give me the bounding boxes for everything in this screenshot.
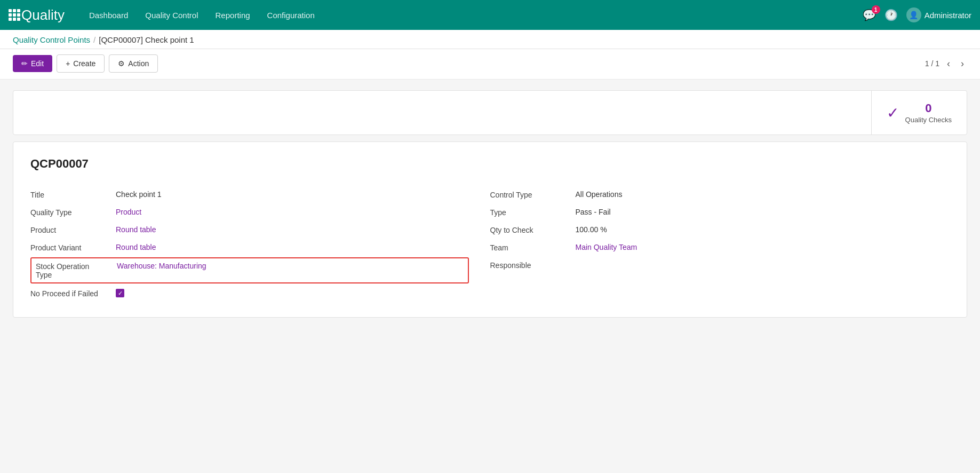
stats-left [13,91,871,135]
field-control-type: Control Type All Operations [490,186,929,203]
no-proceed-checkbox[interactable]: ✓ [116,289,124,297]
breadcrumb-parent[interactable]: Quality Control Points [13,35,90,44]
field-value-stock-operation[interactable]: Warehouse: Manufacturing [117,262,206,270]
breadcrumb: Quality Control Points / [QCP00007] Chec… [13,35,967,49]
field-value-product[interactable]: Round table [116,225,156,234]
app-title: Quality [21,7,65,23]
fields-left: Title Check point 1 Quality Type Product… [30,186,490,302]
field-label-stock-operation: Stock OperationType [36,262,117,279]
field-label-title: Title [30,190,116,199]
toolbar: ✏ Edit + Create ⚙ Action 1 / 1 ‹ › [0,49,980,80]
fields-right: Control Type All Operations Type Pass - … [490,186,950,302]
field-label-product-variant: Product Variant [30,243,116,252]
stats-card: ✓ 0 Quality Checks [13,90,967,135]
admin-menu[interactable]: 👤 Administrator [906,7,971,22]
checkmark-icon: ✓ [887,104,899,122]
field-label-quality-type: Quality Type [30,208,116,217]
field-label-team: Team [490,243,576,252]
field-team: Team Main Quality Team [490,239,929,256]
field-quality-type: Quality Type Product [30,203,469,221]
breadcrumb-current: [QCP00007] Check point 1 [99,35,194,44]
quality-checks-count: 0 [905,101,952,115]
field-label-control-type: Control Type [490,190,576,199]
top-menu: Dashboard Quality Control Reporting Conf… [82,6,863,24]
notification-badge: 1 [872,5,880,14]
pager-prev-button[interactable]: ‹ [944,57,953,70]
plus-icon: + [66,59,70,68]
quality-checks-button[interactable]: ✓ 0 Quality Checks [871,91,967,135]
notification-button[interactable]: 💬 1 [863,9,876,21]
field-type: Type Pass - Fail [490,203,929,221]
field-value-qty-to-check: 100.00 % [576,225,607,234]
field-qty-to-check: Qty to Check 100.00 % [490,221,929,239]
action-label: Action [128,59,149,68]
pager-next-button[interactable]: › [958,57,967,70]
edit-icon: ✏ [21,59,28,68]
nav-dashboard[interactable]: Dashboard [82,6,136,24]
record-id: QCP00007 [30,157,950,171]
breadcrumb-bar: Quality Control Points / [QCP00007] Chec… [0,30,980,49]
field-responsible: Responsible [490,256,929,274]
nav-configuration[interactable]: Configuration [260,6,322,24]
admin-label: Administrator [925,11,971,20]
gear-icon: ⚙ [118,59,125,68]
topnav: Quality Dashboard Quality Control Report… [0,0,980,30]
quality-checks-label: Quality Checks [905,116,952,124]
avatar: 👤 [906,7,921,22]
field-value-quality-type[interactable]: Product [116,208,141,216]
field-product-variant: Product Variant Round table [30,239,469,256]
field-value-team[interactable]: Main Quality Team [576,243,638,251]
topnav-right: 💬 1 🕐 👤 Administrator [863,7,971,22]
edit-button[interactable]: ✏ Edit [13,55,52,72]
field-label-product: Product [30,225,116,234]
edit-label: Edit [31,59,44,68]
breadcrumb-separator: / [93,35,95,44]
field-product: Product Round table [30,221,469,239]
action-button[interactable]: ⚙ Action [109,54,158,73]
field-stock-operation: Stock OperationType Warehouse: Manufactu… [30,257,469,283]
grid-icon [9,9,20,21]
pager-text: 1 / 1 [925,59,939,68]
fields-grid: Title Check point 1 Quality Type Product… [30,186,950,302]
field-value-title: Check point 1 [116,190,162,199]
field-value-product-variant[interactable]: Round table [116,243,156,251]
field-value-type: Pass - Fail [576,208,611,216]
main-content: ✓ 0 Quality Checks QCP00007 Title Check … [0,80,980,328]
detail-card: QCP00007 Title Check point 1 Quality Typ… [13,141,967,318]
field-title: Title Check point 1 [30,186,469,203]
field-label-responsible: Responsible [490,261,576,270]
nav-reporting[interactable]: Reporting [208,6,258,24]
stats-info: 0 Quality Checks [905,101,952,124]
field-no-proceed: No Proceed if Failed ✓ [30,285,469,302]
field-label-no-proceed: No Proceed if Failed [30,289,116,298]
create-button[interactable]: + Create [57,54,105,73]
nav-quality-control[interactable]: Quality Control [138,6,205,24]
create-label: Create [73,59,95,68]
grid-menu-button[interactable] [9,12,14,18]
field-label-type: Type [490,208,576,217]
pager: 1 / 1 ‹ › [925,57,967,70]
field-value-control-type: All Operations [576,190,623,199]
field-label-qty-to-check: Qty to Check [490,225,576,234]
clock-icon[interactable]: 🕐 [885,9,898,21]
